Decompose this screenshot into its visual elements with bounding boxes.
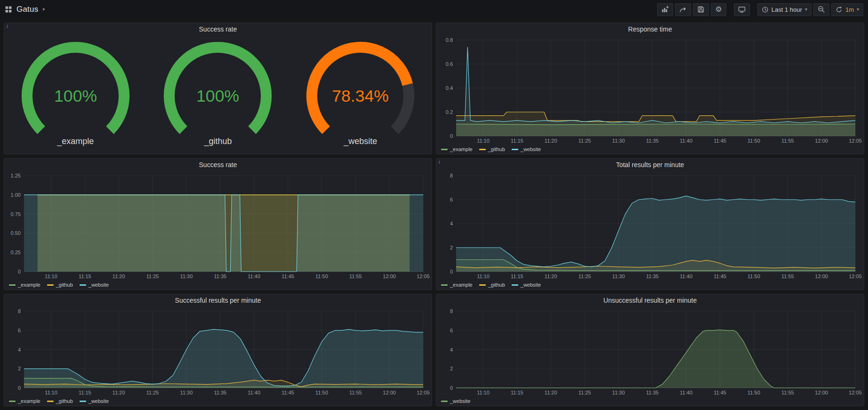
x-axis-label: 11:55 [349, 273, 362, 279]
gauge-label: _website [344, 137, 377, 146]
x-axis-label: 11:10 [45, 273, 57, 279]
x-axis-label: 11:55 [349, 390, 362, 395]
share-dashboard-button[interactable] [675, 3, 691, 16]
x-axis-label: 11:20 [545, 390, 557, 395]
y-axis-label: 0 [450, 385, 453, 391]
apps-grid-icon [5, 6, 12, 13]
dashboard-title[interactable]: Gatus [16, 5, 38, 14]
panel-info-icon[interactable]: i [436, 159, 443, 166]
x-axis-label: 12:00 [383, 390, 396, 395]
panel-header[interactable]: Total results per minute [436, 159, 864, 171]
cycle-view-mode-button[interactable] [734, 3, 750, 16]
series-area-_website [24, 195, 423, 272]
legend-item-_website[interactable]: _website [441, 398, 470, 404]
y-axis-label: 0 [18, 269, 21, 274]
x-axis-label: 12:05 [849, 390, 862, 395]
gauge-_github: 100%_github [147, 35, 289, 154]
chart-canvas[interactable]: 11:1011:1511:2011:2511:3011:3511:4011:45… [438, 306, 862, 396]
successful-results-chart[interactable]: 11:1011:1511:2011:2511:3011:3511:4011:45… [6, 306, 430, 396]
response-time-chart[interactable]: 11:1011:1511:2011:2511:3011:3511:4011:45… [438, 35, 862, 145]
legend-item-_github[interactable]: _github [479, 282, 505, 288]
y-axis-label: 2 [18, 366, 21, 371]
x-axis-label: 11:50 [315, 273, 328, 279]
panel-header[interactable]: Success rate [4, 159, 432, 171]
legend-label: _example [450, 282, 473, 288]
add-panel-button[interactable] [657, 3, 673, 16]
legend: _example_github_website [9, 397, 109, 405]
panel-header[interactable]: Response time [436, 23, 864, 35]
dashboard-grid: i Success rate 100%_example100%_github78… [0, 19, 868, 410]
y-axis-label: 4 [450, 221, 453, 226]
x-axis-label: 11:55 [781, 273, 794, 279]
unsuccessful-results-chart[interactable]: 11:1011:1511:2011:2511:3011:3511:4011:45… [438, 306, 862, 396]
chart-canvas[interactable]: 11:1011:1511:2011:2511:3011:3511:4011:45… [438, 35, 862, 145]
y-axis-label: 0.6 [446, 61, 453, 67]
legend-item-_github[interactable]: _github [47, 282, 73, 288]
x-axis-label: 11:15 [511, 138, 523, 144]
legend-swatch [512, 149, 518, 150]
panel-response-time: Response time 11:1011:1511:2011:2511:301… [436, 23, 864, 154]
gauge-panel-body: 100%_example100%_github78.34%_website [4, 35, 432, 154]
legend-item-_example[interactable]: _example [9, 282, 40, 288]
chevron-down-icon[interactable]: ▾ [42, 7, 45, 12]
tv-monitor-icon [738, 6, 746, 13]
x-axis-label: 11:20 [113, 273, 125, 279]
legend-swatch [80, 401, 86, 402]
refresh-picker[interactable]: 1m ▾ [831, 3, 863, 16]
time-range-label: Last 1 hour [772, 6, 802, 13]
legend-item-_github[interactable]: _github [479, 146, 505, 152]
gear-icon: ⚙ [715, 6, 722, 13]
legend-label: _website [88, 282, 109, 288]
panel-info-icon[interactable]: i [4, 23, 11, 30]
x-axis-label: 11:45 [714, 138, 726, 144]
x-axis-label: 11:50 [315, 390, 328, 395]
x-axis-label: 11:20 [545, 138, 557, 144]
x-axis-label: 12:05 [849, 138, 862, 144]
panel-header[interactable]: Success rate [4, 23, 432, 35]
legend: _example_github_website [441, 145, 541, 153]
x-axis-label: 11:15 [79, 390, 91, 395]
legend-label: _github [488, 146, 505, 152]
y-axis-label: 0 [450, 269, 453, 274]
save-dashboard-button[interactable] [693, 3, 709, 16]
legend-item-_website[interactable]: _website [512, 146, 541, 152]
zoom-out-time-button[interactable] [813, 3, 829, 16]
y-axis-label: 0.75 [11, 211, 21, 217]
chart-canvas[interactable]: 11:1011:1511:2011:2511:3011:3511:4011:45… [6, 306, 430, 396]
series-area-_website [456, 330, 855, 388]
y-axis-label: 6 [450, 197, 453, 202]
dashboards-grid-icon[interactable] [5, 6, 12, 13]
y-axis-label: 1.00 [11, 192, 21, 198]
legend-item-_example[interactable]: _example [441, 146, 473, 152]
x-axis-label: 11:30 [612, 390, 625, 395]
dashboard-settings-button[interactable]: ⚙ [711, 3, 726, 16]
legend-item-_website[interactable]: _website [80, 282, 109, 288]
panel-header[interactable]: Successful results per minute [4, 294, 432, 306]
x-axis-label: 12:05 [849, 273, 862, 279]
legend-item-_example[interactable]: _example [441, 282, 473, 288]
legend-item-_github[interactable]: _github [47, 398, 73, 404]
series-area-_website [456, 196, 855, 272]
x-axis-label: 11:20 [113, 390, 125, 395]
legend-label: _example [450, 146, 473, 152]
x-axis-label: 11:30 [180, 390, 193, 395]
x-axis-label: 11:45 [714, 390, 726, 395]
legend-item-_website[interactable]: _website [512, 282, 541, 288]
zoom-out-icon [818, 6, 825, 13]
y-axis-label: 4 [450, 347, 453, 353]
time-range-picker[interactable]: Last 1 hour ▾ [757, 3, 812, 16]
success-rate-chart[interactable]: 11:1011:1511:2011:2511:3011:3511:4011:45… [6, 171, 430, 280]
chart-canvas[interactable]: 11:1011:1511:2011:2511:3011:3511:4011:45… [6, 171, 430, 280]
gauge-_example: 100%_example [4, 35, 147, 154]
total-results-chart[interactable]: 11:1011:1511:2011:2511:3011:3511:4011:45… [438, 171, 862, 280]
x-axis-label: 11:30 [612, 138, 625, 144]
legend-item-_example[interactable]: _example [9, 398, 40, 404]
legend-swatch [441, 149, 448, 150]
x-axis-label: 11:25 [146, 390, 159, 395]
legend-item-_website[interactable]: _website [80, 398, 109, 404]
chart-canvas[interactable]: 11:1011:1511:2011:2511:3011:3511:4011:45… [438, 171, 862, 280]
panel-header[interactable]: Unsuccessful results per minute [436, 294, 864, 306]
series-area-_website [456, 47, 855, 136]
panel-title: Success rate [199, 161, 237, 169]
y-axis-label: 0.8 [446, 37, 453, 43]
